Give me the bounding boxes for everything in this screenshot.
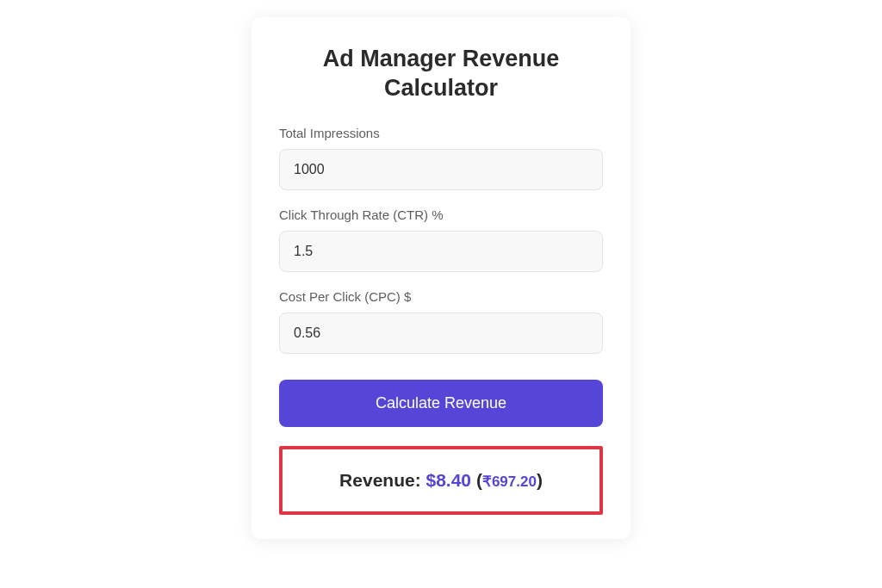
result-usd-value: $8.40 — [425, 470, 471, 490]
result-inr-value: ₹697.20 — [482, 473, 537, 490]
impressions-label: Total Impressions — [279, 126, 603, 140]
calculator-card: Ad Manager Revenue Calculator Total Impr… — [252, 17, 630, 539]
result-paren-open: ( — [471, 470, 482, 490]
result-label: Revenue: — [339, 470, 425, 490]
cpc-field-group: Cost Per Click (CPC) $ — [279, 289, 603, 354]
calculate-button[interactable]: Calculate Revenue — [279, 380, 603, 427]
page-title: Ad Manager Revenue Calculator — [279, 45, 603, 103]
result-paren-close: ) — [537, 470, 543, 490]
ctr-field-group: Click Through Rate (CTR) % — [279, 207, 603, 272]
result-box: Revenue: $8.40 (₹697.20) — [279, 446, 603, 515]
cpc-input[interactable] — [279, 313, 603, 354]
impressions-input[interactable] — [279, 149, 603, 190]
impressions-field-group: Total Impressions — [279, 126, 603, 190]
cpc-label: Cost Per Click (CPC) $ — [279, 289, 603, 304]
ctr-label: Click Through Rate (CTR) % — [279, 207, 603, 222]
ctr-input[interactable] — [279, 231, 603, 272]
